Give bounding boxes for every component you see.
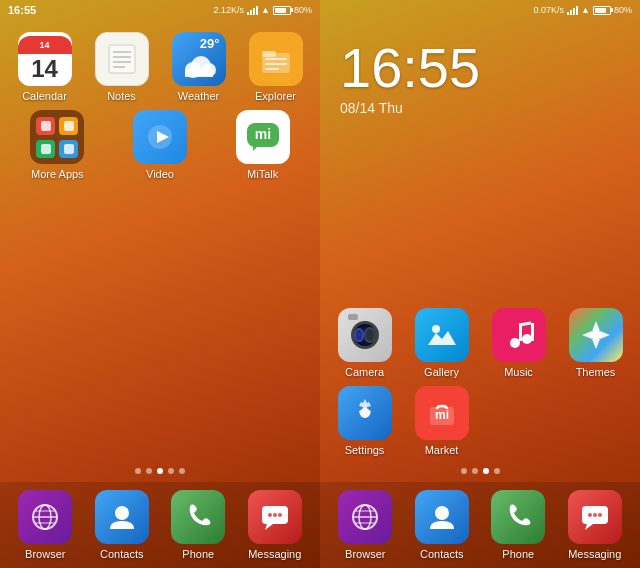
app-settings[interactable]: Settings — [330, 386, 399, 456]
svg-point-49 — [588, 513, 592, 517]
messaging-dock-label-right: Messaging — [568, 548, 621, 560]
more-apps-icon — [30, 110, 84, 164]
app-market[interactable]: mi Market — [407, 386, 476, 456]
svg-point-24 — [115, 506, 129, 520]
rdot-3 — [483, 468, 489, 474]
svg-rect-12 — [265, 63, 287, 65]
network-speed-left: 2.12K/s — [214, 5, 245, 15]
rdot-4 — [494, 468, 500, 474]
svg-rect-34 — [519, 325, 522, 341]
wifi-icon-left: ▲ — [261, 5, 270, 15]
status-bar-right: 0.07K/s ▲ 80% — [320, 0, 640, 20]
themes-label: Themes — [576, 366, 616, 378]
svg-rect-0 — [109, 45, 135, 73]
svg-point-29 — [278, 513, 282, 517]
wifi-icon-right: ▲ — [581, 5, 590, 15]
phone-dock-label-right: Phone — [502, 548, 534, 560]
clock-display: 16:55 08/14 Thu — [320, 20, 640, 121]
gallery-label: Gallery — [424, 366, 459, 378]
music-label: Music — [504, 366, 533, 378]
page-dots-right — [320, 460, 640, 482]
dot-4 — [168, 468, 174, 474]
svg-point-46 — [435, 506, 449, 520]
svg-rect-8 — [185, 69, 213, 77]
rdot-2 — [472, 468, 478, 474]
svg-rect-13 — [265, 68, 279, 70]
dock-messaging-left[interactable]: Messaging — [240, 490, 311, 560]
app-video[interactable]: Video — [113, 110, 208, 180]
video-label: Video — [146, 168, 174, 180]
music-icon — [492, 308, 546, 362]
app-camera[interactable]: Camera — [330, 308, 399, 378]
app-themes[interactable]: Themes — [561, 308, 630, 378]
clock-date: 08/14 Thu — [340, 100, 620, 116]
dot-2 — [146, 468, 152, 474]
weather-icon: 29° — [172, 32, 226, 86]
dock-left: Browser Contacts Phone — [0, 482, 320, 568]
browser-dock-icon-right — [338, 490, 392, 544]
phone-dock-icon — [171, 490, 225, 544]
messaging-dock-icon-right — [568, 490, 622, 544]
dock-right: Browser Contacts Phone — [320, 482, 640, 568]
explorer-icon — [249, 32, 303, 86]
dock-contacts-right[interactable]: Contacts — [407, 490, 478, 560]
svg-marker-30 — [428, 331, 456, 345]
dock-browser-left[interactable]: Browser — [10, 490, 81, 560]
browser-dock-label-left: Browser — [25, 548, 65, 560]
svg-rect-35 — [531, 323, 534, 341]
more-apps-label: More Apps — [31, 168, 84, 180]
app-calendar[interactable]: 14 14 Calendar — [10, 32, 79, 102]
app-weather[interactable]: 29° Weather — [164, 32, 233, 102]
dock-phone-right[interactable]: Phone — [483, 490, 554, 560]
themes-icon — [569, 308, 623, 362]
app-more-apps[interactable]: More Apps — [10, 110, 105, 180]
settings-icon — [338, 386, 392, 440]
notes-icon — [95, 32, 149, 86]
explorer-label: Explorer — [255, 90, 296, 102]
svg-point-28 — [273, 513, 277, 517]
svg-line-36 — [519, 323, 531, 325]
svg-rect-11 — [265, 58, 287, 60]
network-speed-right: 0.07K/s — [534, 5, 565, 15]
messaging-dock-icon — [248, 490, 302, 544]
app-explorer[interactable]: Explorer — [241, 32, 310, 102]
contacts-dock-icon-right — [415, 490, 469, 544]
dot-5 — [179, 468, 185, 474]
svg-marker-26 — [265, 524, 273, 530]
phone-dock-label-left: Phone — [182, 548, 214, 560]
svg-text:mi: mi — [434, 408, 448, 422]
battery-right — [593, 6, 611, 15]
weather-label: Weather — [178, 90, 219, 102]
svg-point-51 — [598, 513, 602, 517]
app-gallery[interactable]: Gallery — [407, 308, 476, 378]
calendar-icon: 14 14 — [18, 32, 72, 86]
battery-pct-right: 80% — [614, 5, 632, 15]
status-bar-left: 16:55 2.12K/s ▲ 80% — [0, 0, 320, 20]
camera-icon — [338, 308, 392, 362]
contacts-dock-label-right: Contacts — [420, 548, 463, 560]
svg-marker-48 — [585, 524, 593, 530]
contacts-dock-icon — [95, 490, 149, 544]
svg-point-31 — [432, 325, 440, 333]
calendar-label: Calendar — [22, 90, 67, 102]
app-music[interactable]: Music — [484, 308, 553, 378]
phone-right: 0.07K/s ▲ 80% 16:55 08/14 Thu — [320, 0, 640, 568]
contacts-dock-label-left: Contacts — [100, 548, 143, 560]
rdot-1 — [461, 468, 467, 474]
market-label: Market — [425, 444, 459, 456]
mitalk-label: MiTalk — [247, 168, 278, 180]
dock-messaging-right[interactable]: Messaging — [560, 490, 631, 560]
dock-phone-left[interactable]: Phone — [163, 490, 234, 560]
dock-browser-right[interactable]: Browser — [330, 490, 401, 560]
app-notes[interactable]: Notes — [87, 32, 156, 102]
camera-label: Camera — [345, 366, 384, 378]
page-dots-left — [0, 460, 320, 482]
signal-bars-right — [567, 6, 578, 15]
svg-point-27 — [268, 513, 272, 517]
gallery-icon — [415, 308, 469, 362]
clock-time: 16:55 — [340, 40, 620, 96]
dock-contacts-left[interactable]: Contacts — [87, 490, 158, 560]
app-mitalk[interactable]: mi MiTalk — [215, 110, 310, 180]
dot-1 — [135, 468, 141, 474]
battery-left — [273, 6, 291, 15]
